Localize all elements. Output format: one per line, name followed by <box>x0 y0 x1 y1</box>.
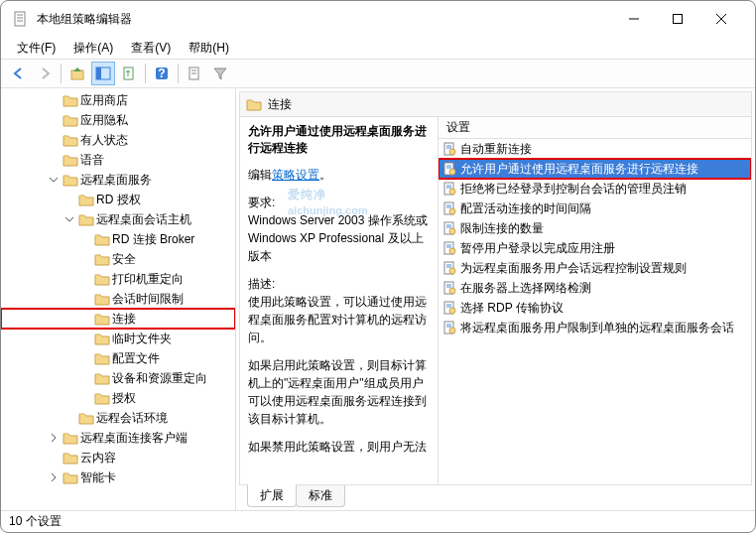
tree-item[interactable]: 会话时间限制 <box>1 289 235 309</box>
svg-rect-5 <box>674 15 683 24</box>
setting-label: 配置活动连接的时间间隔 <box>460 200 591 217</box>
show-hide-tree-button[interactable] <box>91 62 115 85</box>
properties-button[interactable] <box>183 62 206 85</box>
setting-row[interactable]: 为远程桌面服务用户会话远程控制设置规则 <box>439 258 751 278</box>
tree-item-label: 远程桌面服务 <box>78 172 152 189</box>
setting-row[interactable]: 限制连接的数量 <box>439 218 751 238</box>
setting-row[interactable]: 暂停用户登录以完成应用注册 <box>439 238 751 258</box>
settings-list[interactable]: 自动重新连接允许用户通过使用远程桌面服务进行远程连接拒绝将已经登录到控制台会话的… <box>439 139 751 484</box>
menu-file[interactable]: 文件(F) <box>9 38 63 59</box>
statusbar: 10 个设置 <box>1 510 755 532</box>
folder-icon <box>63 173 78 187</box>
forward-button[interactable] <box>33 62 57 85</box>
setting-row[interactable]: 允许用户通过使用远程桌面服务进行远程连接 <box>439 159 751 179</box>
tree-item[interactable]: 临时文件夹 <box>1 329 235 348</box>
svg-rect-0 <box>15 12 25 26</box>
policy-icon <box>442 241 456 255</box>
export-button[interactable] <box>117 62 141 85</box>
desc-heading: 允许用户通过使用远程桌面服务进行远程连接 <box>248 123 430 157</box>
tree-item[interactable]: 设备和资源重定向 <box>1 368 235 388</box>
tree-item[interactable]: 配置文件 <box>1 348 235 368</box>
maximize-button[interactable] <box>656 5 699 33</box>
toolbar-separator <box>145 64 146 83</box>
req-label: 要求: <box>248 196 275 209</box>
titlebar: 本地组策略编辑器 <box>1 1 755 37</box>
list-header[interactable]: 设置 <box>439 117 751 139</box>
list-header-label: 设置 <box>446 119 470 136</box>
tab-extended[interactable]: 扩展 <box>247 484 297 507</box>
tree-item[interactable]: 云内容 <box>1 448 235 467</box>
tree-item-label: RD 授权 <box>94 192 141 208</box>
tree-item[interactable]: RD 授权 <box>1 190 235 209</box>
tree-item[interactable]: RD 连接 Broker <box>1 229 235 249</box>
setting-row[interactable]: 将远程桌面服务用户限制到单独的远程桌面服务会话 <box>439 318 751 337</box>
tree-item[interactable]: 远程桌面服务 <box>1 170 235 190</box>
tree-item[interactable]: 远程桌面会话主机 <box>1 209 235 229</box>
toolbar-separator <box>61 64 62 83</box>
tree-item[interactable]: 语音 <box>1 150 235 170</box>
expand-icon[interactable] <box>49 433 63 443</box>
tree-item[interactable]: 授权 <box>1 388 235 408</box>
tree-item[interactable]: 应用商店 <box>1 90 235 110</box>
tree-item[interactable]: 远程会话环境 <box>1 408 235 428</box>
setting-label: 将远程桌面服务用户限制到单独的远程桌面服务会话 <box>460 320 734 336</box>
setting-row[interactable]: 自动重新连接 <box>439 139 751 159</box>
collapse-icon[interactable] <box>49 175 63 185</box>
setting-row[interactable]: 在服务器上选择网络检测 <box>439 278 751 298</box>
tree-item-label: 语音 <box>78 152 104 169</box>
tree-item[interactable]: 智能卡 <box>1 467 235 487</box>
setting-label: 自动重新连接 <box>460 141 532 158</box>
setting-label: 允许用户通过使用远程桌面服务进行远程连接 <box>460 161 698 178</box>
back-button[interactable] <box>7 62 31 85</box>
toolbar: ? <box>1 59 755 88</box>
tree-item-label: 应用隐私 <box>78 112 128 129</box>
tree-item[interactable]: 有人状态 <box>1 130 235 150</box>
tree-item[interactable]: 安全 <box>1 249 235 269</box>
tab-standard[interactable]: 标准 <box>296 485 345 507</box>
svg-point-44 <box>449 268 455 274</box>
policy-icon <box>442 142 456 156</box>
help-button[interactable]: ? <box>150 62 174 85</box>
close-button[interactable] <box>699 5 743 33</box>
tree-item[interactable]: 连接 <box>1 309 235 329</box>
tree-item[interactable]: 打印机重定向 <box>1 269 235 289</box>
toolbar-separator <box>178 64 179 83</box>
minimize-button[interactable] <box>612 5 656 33</box>
up-button[interactable] <box>65 62 89 85</box>
tree-item-label: 打印机重定向 <box>110 271 184 288</box>
tree-item-label: 会话时间限制 <box>110 291 184 308</box>
setting-row[interactable]: 选择 RDP 传输协议 <box>439 298 751 318</box>
collapse-icon[interactable] <box>64 214 78 224</box>
folder-icon <box>246 97 262 111</box>
tree-item[interactable]: 远程桌面连接客户端 <box>1 428 235 448</box>
edit-policy-link[interactable]: 策略设置 <box>272 168 319 182</box>
policy-icon <box>442 281 456 295</box>
tree-item-label: 连接 <box>110 311 136 328</box>
svg-rect-8 <box>71 70 83 79</box>
folder-icon <box>78 193 94 206</box>
main-pane: 连接 允许用户通过使用远程桌面服务进行远程连接 编辑策略设置。 要求:Windo… <box>236 88 755 510</box>
folder-icon <box>63 451 78 465</box>
app-icon <box>13 11 29 27</box>
tree-item-label: 远程会话环境 <box>94 410 168 427</box>
expand-icon[interactable] <box>49 472 63 482</box>
menu-action[interactable]: 操作(A) <box>65 38 121 59</box>
folder-icon <box>63 93 78 107</box>
menu-view[interactable]: 查看(V) <box>123 38 179 59</box>
folder-icon <box>63 470 78 484</box>
filter-button[interactable] <box>208 62 232 85</box>
tree-item[interactable]: 应用隐私 <box>1 110 235 130</box>
menu-help[interactable]: 帮助(H) <box>181 38 237 59</box>
setting-row[interactable]: 拒绝将已经登录到控制台会话的管理员注销 <box>439 179 751 199</box>
tree-item-label: 云内容 <box>78 450 116 466</box>
tree-item-label: 有人状态 <box>78 132 128 149</box>
folder-icon <box>94 312 110 326</box>
tree-pane[interactable]: 应用商店应用隐私有人状态语音远程桌面服务RD 授权远程桌面会话主机RD 连接 B… <box>1 88 236 510</box>
setting-label: 为远程桌面服务用户会话远程控制设置规则 <box>460 260 687 277</box>
folder-icon <box>94 391 110 405</box>
setting-row[interactable]: 配置活动连接的时间间隔 <box>439 199 751 218</box>
policy-icon <box>442 162 456 176</box>
path-label: 连接 <box>268 96 292 113</box>
tree-item-label: RD 连接 Broker <box>110 231 194 248</box>
folder-icon <box>63 133 78 147</box>
